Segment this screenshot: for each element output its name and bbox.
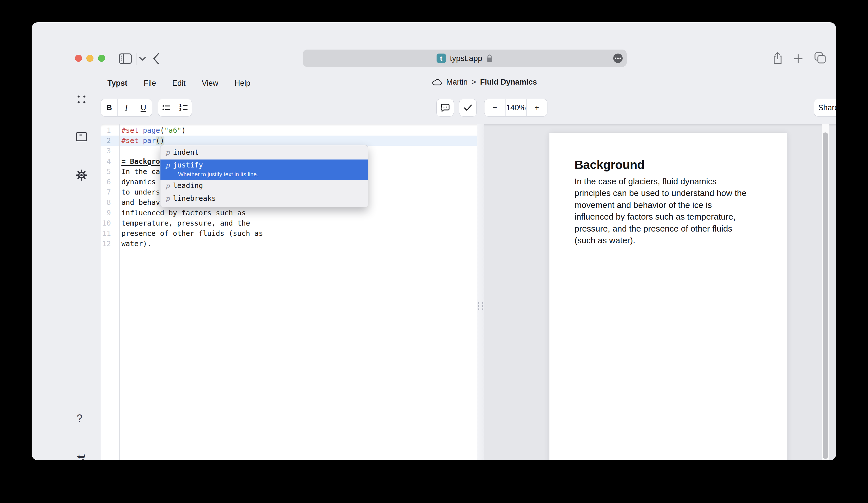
menu-item-file[interactable]: File <box>144 79 156 88</box>
line-number: 5 <box>101 167 113 177</box>
preview-text-line: In the case of glaciers, fluid dynamics <box>575 176 770 187</box>
numbered-list-button[interactable]: 1 2 <box>175 99 192 116</box>
line-content: #set par() <box>113 136 164 146</box>
menu-item-edit[interactable]: Edit <box>173 79 186 88</box>
share-button[interactable]: Share <box>814 99 836 116</box>
list-style-group: 1 2 <box>158 99 192 116</box>
comments-button-group <box>436 99 454 116</box>
autocomplete-item-leading[interactable]: pleading <box>161 180 368 193</box>
apps-grid-icon[interactable] <box>77 95 86 104</box>
zoom-out-button[interactable]: − <box>484 99 506 116</box>
autocomplete-item-indent[interactable]: pindent <box>161 147 368 159</box>
parameter-kind-badge: p <box>166 149 173 156</box>
url-text: typst.app <box>450 54 483 63</box>
chrome-divider <box>136 53 136 65</box>
numbered-list-icon: 1 2 <box>179 103 188 112</box>
menu-item-help[interactable]: Help <box>235 79 250 88</box>
line-number: 7 <box>101 187 113 197</box>
underline-button[interactable]: U <box>135 99 152 116</box>
browser-window: t typst.app TypstFileEditViewHelp Martin… <box>32 22 836 460</box>
line-number: 4 <box>101 156 113 167</box>
chevron-down-icon[interactable] <box>139 56 146 61</box>
typst-logo: typst <box>72 454 88 460</box>
fullscreen-window-button[interactable] <box>98 55 105 62</box>
italic-button[interactable]: I <box>118 99 135 116</box>
sidebar-toggle-icon[interactable] <box>119 53 132 64</box>
parameter-kind-badge: p <box>166 195 173 202</box>
preview-scrollbar-thumb[interactable] <box>823 133 828 459</box>
line-content: influenced by factors such as <box>113 208 246 218</box>
code-line-2[interactable]: 2#set par() <box>101 136 477 146</box>
check-button-group <box>459 99 477 116</box>
preview-text-line: pressure, and the presence of other flui… <box>575 223 770 234</box>
autocomplete-label: leading <box>173 181 203 190</box>
help-icon[interactable]: ? <box>77 412 82 425</box>
zoom-control-group: − 140% + <box>484 99 547 116</box>
line-number: 3 <box>101 146 113 156</box>
breadcrumb-title: Fluid Dynamics <box>480 78 537 86</box>
line-content: temperature, pressure, and the <box>113 218 250 228</box>
line-number: 12 <box>101 239 113 249</box>
breadcrumb-workspace[interactable]: Martin <box>446 78 468 86</box>
code-line-12[interactable]: 12water). <box>101 239 477 249</box>
breadcrumb: Martin > Fluid Dynamics <box>432 72 537 92</box>
layout-preview-icon[interactable] <box>76 132 87 142</box>
share-page-icon[interactable] <box>773 52 783 65</box>
lock-icon <box>486 54 493 63</box>
svg-text:1: 1 <box>179 103 182 108</box>
line-number: 2 <box>101 136 113 146</box>
minimize-window-button[interactable] <box>86 55 93 62</box>
autocomplete-popup: pindentpjustifyWhether to justify text i… <box>160 145 368 207</box>
splitter-drag-handle[interactable] <box>478 302 483 310</box>
zoom-level-value[interactable]: 140% <box>506 99 526 116</box>
preview-heading: Background <box>575 158 762 172</box>
autocomplete-item-justify[interactable]: pjustifyWhether to justify text in its l… <box>161 159 368 180</box>
preview-text-line: principles can be used to understand how… <box>575 187 770 199</box>
parameter-kind-badge: p <box>166 182 173 189</box>
site-favicon: t <box>436 54 446 63</box>
breadcrumb-separator: > <box>472 78 476 86</box>
line-number: 1 <box>101 125 113 136</box>
line-number: 6 <box>101 177 113 187</box>
parameter-kind-badge: p <box>166 161 173 169</box>
preview-pane: Background In the case of glaciers, flui… <box>484 124 836 460</box>
code-line-1[interactable]: 1#set page("a6") <box>101 125 477 136</box>
comments-button[interactable] <box>436 99 454 116</box>
autocomplete-label: justify <box>173 161 203 169</box>
check-button[interactable] <box>459 99 476 116</box>
app-menubar: TypstFileEditViewHelp <box>107 72 250 94</box>
line-content: #set page("a6") <box>113 125 186 136</box>
menu-item-view[interactable]: View <box>202 79 218 88</box>
back-icon[interactable] <box>153 52 160 65</box>
close-window-button[interactable] <box>75 55 82 62</box>
tab-overview-icon[interactable] <box>814 52 826 64</box>
cloud-icon <box>432 78 442 86</box>
code-line-9[interactable]: 9influenced by factors such as <box>101 208 477 218</box>
autocomplete-description: Whether to justify text in its line. <box>178 171 368 179</box>
svg-text:2: 2 <box>179 107 182 112</box>
checkmark-icon <box>464 104 472 111</box>
comment-icon <box>441 103 450 112</box>
code-line-11[interactable]: 11presence of other fluids (such as <box>101 228 477 239</box>
address-bar[interactable]: t typst.app <box>303 50 627 67</box>
bullet-list-button[interactable] <box>158 99 175 116</box>
line-number: 9 <box>101 208 113 218</box>
preview-text-line: movement and behavior of the ice is <box>575 199 770 211</box>
new-tab-icon[interactable] <box>793 54 803 64</box>
page-settings-icon[interactable] <box>613 54 623 63</box>
line-content <box>113 146 121 156</box>
share-group: Share <box>814 99 836 116</box>
autocomplete-item-linebreaks[interactable]: plinebreaks <box>161 193 368 206</box>
line-number: 8 <box>101 197 113 208</box>
preview-page: Background In the case of glaciers, flui… <box>549 133 787 460</box>
bold-button[interactable]: B <box>101 99 118 116</box>
preview-text-line: influenced by factors such as temperatur… <box>575 211 770 222</box>
code-editor[interactable]: 1#set page("a6")2#set par()34= Backgroun… <box>101 124 477 460</box>
menu-item-typst[interactable]: Typst <box>107 79 127 88</box>
pane-splitter[interactable] <box>477 124 484 460</box>
preview-scrollbar-track[interactable] <box>822 124 829 460</box>
line-content: presence of other fluids (such as <box>113 228 263 239</box>
zoom-in-button[interactable]: + <box>527 99 547 116</box>
code-line-10[interactable]: 10temperature, pressure, and the <box>101 218 477 228</box>
settings-gear-icon[interactable] <box>76 169 87 181</box>
